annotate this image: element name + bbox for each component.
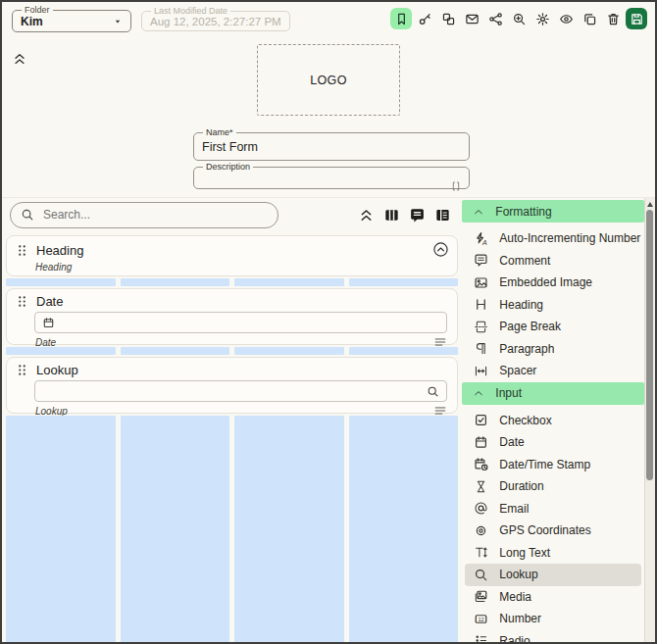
drag-handle-icon[interactable] [15, 294, 29, 309]
columns-button[interactable] [382, 206, 401, 224]
zoom-in-button[interactable] [508, 8, 530, 29]
drop-zone-segment[interactable] [234, 416, 344, 644]
form-canvas: Heading Heading Date [2, 198, 462, 644]
palette-item-email[interactable]: Email [465, 498, 641, 520]
scrollbar-thumb[interactable] [646, 210, 653, 480]
canvas-toolbar-icons [357, 206, 452, 224]
palette-item-label: Paragraph [499, 342, 554, 356]
share-button[interactable] [484, 8, 506, 29]
columns-icon [383, 207, 400, 223]
palette-item-checkbox[interactable]: Checkbox [465, 410, 641, 432]
name-field[interactable]: Name* [193, 128, 470, 161]
trash-button[interactable] [602, 8, 624, 29]
element-title: Date [36, 294, 63, 309]
palette-item-heading[interactable]: Heading [465, 294, 641, 317]
palette-item-comment[interactable]: Comment [465, 250, 641, 272]
palette-item-date[interactable]: Date [465, 431, 641, 454]
drop-zone[interactable] [6, 278, 458, 286]
bookmark-button[interactable] [390, 8, 412, 29]
copy-icon [582, 12, 597, 26]
section-label: Formatting [495, 205, 551, 219]
logo-placeholder[interactable]: LOGO [257, 44, 400, 116]
search-icon [474, 568, 488, 582]
key-button[interactable] [414, 8, 435, 29]
gear-button[interactable] [531, 8, 553, 29]
calendar-icon [42, 317, 55, 329]
palette-scrollbar[interactable] [644, 198, 655, 644]
palette-item-lookup[interactable]: Lookup [465, 564, 641, 586]
drop-zone-segment[interactable] [6, 347, 116, 355]
form-element-heading[interactable]: Heading Heading [6, 235, 458, 276]
palette-section-input[interactable]: Input [462, 382, 644, 405]
drop-zone-segment[interactable] [6, 278, 116, 286]
drop-zone-segment[interactable] [121, 347, 230, 355]
trash-icon [606, 12, 621, 26]
search-field[interactable] [10, 202, 278, 228]
palette-item-embedded-image[interactable]: Embedded Image [465, 272, 641, 294]
palette-item-spacer[interactable]: Spacer [465, 360, 641, 382]
folder-label: Folder [22, 6, 53, 15]
chevron-up-icon [473, 206, 484, 218]
name-input[interactable] [202, 140, 461, 157]
palette-item-date-time-stamp[interactable]: Date/Time Stamp [465, 454, 641, 476]
drop-zone-segment[interactable] [234, 278, 344, 286]
palette-item-label: Date [499, 435, 524, 449]
mail-button[interactable] [461, 8, 482, 29]
layout-columns-drop-zone[interactable] [6, 416, 458, 644]
section-label: Input [495, 386, 522, 400]
form-element-date[interactable]: Date Date [6, 288, 458, 345]
description-field[interactable]: Description [193, 163, 470, 189]
palette-item-number[interactable]: 12Number [465, 608, 641, 630]
modules-button[interactable] [437, 8, 459, 29]
element-caption: Lookup [35, 406, 68, 417]
main-area: Heading Heading Date [2, 197, 655, 644]
lookup-input[interactable] [34, 380, 447, 402]
drop-zone[interactable] [6, 347, 458, 355]
radio-list-icon [474, 633, 488, 644]
drop-zone-segment[interactable] [121, 416, 230, 644]
drop-zone-segment[interactable] [6, 416, 116, 644]
save-button[interactable] [626, 8, 647, 29]
copy-button[interactable] [579, 8, 600, 29]
scroll-up-arrow[interactable] [647, 202, 653, 207]
collapse-all-button[interactable] [357, 206, 376, 224]
main-toolbar [390, 8, 647, 29]
drag-handle-icon[interactable] [15, 243, 29, 258]
canvas-toolbar [2, 198, 462, 231]
palette-item-page-break[interactable]: Page Break [465, 316, 641, 338]
drop-zone-segment[interactable] [349, 278, 459, 286]
form-element-lookup[interactable]: Lookup Lookup [6, 357, 458, 414]
palette-section-formatting[interactable]: Formatting [462, 200, 644, 223]
heading-icon [474, 297, 488, 312]
gear-icon [535, 12, 550, 26]
number-icon: 12 [474, 612, 488, 626]
drop-zone-segment[interactable] [234, 347, 344, 355]
palette-item-auto-incrementing-number[interactable]: AAuto-Incrementing Number [465, 227, 641, 250]
drop-zone-segment[interactable] [349, 347, 459, 355]
eye-button[interactable] [555, 8, 577, 29]
drag-handle-icon[interactable] [15, 363, 29, 377]
palette-item-duration[interactable]: Duration [465, 475, 641, 498]
last-modified-field: Last Modified Date Aug 12, 2025, 2:27:27… [141, 7, 290, 31]
palette-item-media[interactable]: Media [465, 586, 641, 609]
palette-item-gps-coordinates[interactable]: GPS Coordinates [465, 520, 641, 542]
palette-item-long-text[interactable]: Long Text [465, 542, 641, 565]
palette-item-radio[interactable]: Radio [465, 630, 641, 644]
collapse-element-button[interactable] [431, 241, 449, 259]
palette-item-label: Lookup [499, 568, 537, 581]
double-chevron-up-icon [12, 51, 27, 67]
search-input[interactable] [41, 207, 268, 223]
last-modified-label: Last Modified Date [151, 7, 230, 16]
target-icon [474, 523, 488, 538]
drop-zone-segment[interactable] [121, 278, 230, 286]
eye-icon [559, 12, 574, 26]
comments-button[interactable] [408, 206, 427, 224]
folder-select[interactable]: Folder Kim [12, 6, 131, 32]
brackets-icon[interactable] [450, 180, 462, 192]
drop-zone-segment[interactable] [349, 416, 459, 644]
palette-item-paragraph[interactable]: Paragraph [465, 338, 641, 361]
date-input[interactable] [34, 312, 447, 333]
reader-button[interactable] [433, 206, 452, 224]
auto-number-icon: A [474, 231, 488, 246]
collapse-header-button[interactable] [10, 50, 29, 70]
